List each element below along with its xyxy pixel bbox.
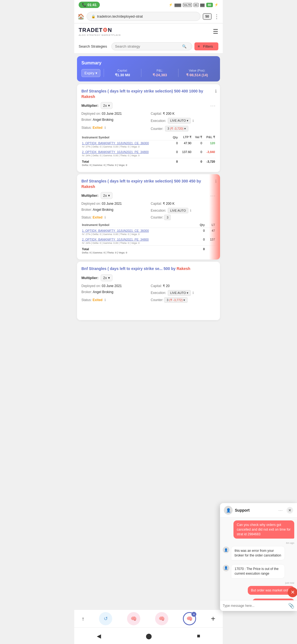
counter-3: Counter: 3 (₹ -3,772) ▾ [151,298,216,302]
status-info-icon-1[interactable]: ℹ [105,126,106,130]
search-input-wrap[interactable]: 🔍 [111,42,192,50]
browser-menu-icon[interactable]: ⋮ [214,13,219,20]
summary-title: Summary [81,61,216,66]
multiplier-select-3[interactable]: 2x ▾ [101,274,112,281]
multiplier-label-3: Multiplier: [81,276,98,280]
instruments-table-1: Instrument Symbol Qty LTP ₹ Val ₹ P&L ₹ … [81,134,216,168]
status-2: Status: Exited ℹ [81,215,146,219]
deployed-on-1: Deployed on: 03 June 2021 [81,112,146,116]
stat-value-label: Value (Pos): [181,69,213,72]
hamburger-icon[interactable]: ☰ [213,28,218,35]
execution-3: Execution: LIVE AUTO ▾ ℹ [151,290,216,296]
total-row-2: Total Delta: 0 | Gamma: 0 | Theta: 0 | V… [81,246,216,255]
url-bar[interactable]: 🔒 tradetron.tech/deployed-strat [87,12,200,21]
info-icon-2[interactable]: ℹ [215,179,217,184]
counter-2: Counter: 3 [151,215,216,219]
summary-card: Summary Expiry ▾ Capital: ₹1.30 Mil P&L:… [77,56,220,81]
instrument-link[interactable]: 2. OPTIDX_BANKNIFTY_10JUN2021_PE_34800 [82,238,149,241]
status-info-icon-2[interactable]: ℹ [105,215,106,219]
strategy-link-3[interactable]: Bnf Strangles ( days left to expiry stri… [81,266,170,271]
signal-icon: ▓▓▓ [174,3,181,7]
table-row: 2. OPTIDX_BANKNIFTY_10JUN2021_PE_34800 I… [81,237,216,246]
stat-capital-value: ₹1.30 Mil [107,73,138,77]
strategy-link-1[interactable]: Bnf Strangles ( days left to expiry stri… [81,89,198,93]
lock-icon: 🔒 [91,15,95,18]
search-bar: Search Strategies 🔍 ≡ Filters [74,40,223,53]
stat-pnl-label: P&L: [144,69,176,72]
chevron-down-icon-m1: ▾ [108,103,110,108]
main-content: TRADET⚙N ALGO STRATEGY MARKETPLACE ☰ Sea… [74,23,223,366]
meta-grid-1: Deployed on: 03 June 2021 Capital: ₹ 200… [81,112,216,132]
tt-logo-sub: ALGO STRATEGY MARKETPLACE [79,34,121,36]
strategy-card-3: Bnf Strangles ( days left to expiry stri… [77,262,220,320]
more-menu-2[interactable]: ⋯ [210,192,216,199]
exec-info-icon-2[interactable]: ℹ [190,209,191,212]
multiplier-select-1[interactable]: 2x ▾ [101,102,112,109]
instrument-sub: IV: 27% | Delta: 0 | Gamma: 0.00 | Theta… [82,145,170,148]
summary-row: Expiry ▾ Capital: ₹1.30 Mil P&L: ₹-24,38… [81,69,216,77]
author-1[interactable]: Rakesh [81,94,95,99]
meta-grid-3: Deployed on: 03 June 2021 Capital: ₹ 20 … [81,284,216,302]
summary-stats: Capital: ₹1.30 Mil P&L: ₹-24,383 Value (… [104,69,216,77]
by-label-3: by [171,266,177,271]
strategy-title-2: Bnf Strangles ( days left to expiry stri… [81,179,216,189]
chevron-down-icon-m3: ▾ [108,276,110,280]
broker-1: Broker: Angel Broking [81,118,146,124]
by-label-1: by [199,89,203,93]
exec-info-icon-1[interactable]: ℹ [193,119,194,123]
author-3[interactable]: Rakesh [177,266,190,271]
stat-pnl: P&L: ₹-24,383 [141,69,178,77]
instrument-sub: IV: 24% | Delta: 0 | Gamma: 0.00 | Theta… [82,154,170,157]
multiplier-select-2[interactable]: 2x ▾ [101,192,112,199]
total-row-1: Total Delta: 0 | Gamma: 0 | Theta: 0 | V… [81,158,216,168]
stat-capital: Capital: ₹1.30 Mil [104,69,141,77]
strategy-title-3: Bnf Strangles ( days left to expiry stri… [81,266,216,272]
status-3: Status: Exited ℹ [81,298,146,302]
charge-icon: ⚡ [215,3,218,7]
status-info-icon-3[interactable]: ℹ [105,298,106,302]
logo-cog: ⚙ [103,27,108,33]
search-icon[interactable]: 🔍 [182,44,186,48]
filters-button[interactable]: ≡ Filters [194,42,218,50]
broker-3: Broker: Angel Broking [81,290,146,296]
4g-icon: 4G [194,3,199,7]
meta-grid-2: Deployed on: 03 June 2021 Capital: ₹ 200… [81,202,216,219]
instrument-link[interactable]: 1. OPTIDX_BANKNIFTY_10JUN2021_CE_36000 [82,229,149,232]
chevron-down-icon: ▾ [95,71,97,75]
more-menu-1[interactable]: ⋯ [210,102,216,109]
strategy-title-1: Bnf Strangles ( days left to expiry stri… [81,89,216,99]
execution-2: Execution: LIVE AUTO ℹ [151,208,216,213]
strategy-card-2: Bnf Strangles ( days left to expiry stri… [77,174,220,260]
summary-dropdown[interactable]: Expiry ▾ [81,69,100,77]
author-2[interactable]: Rakesh [81,184,95,189]
status-time: 📞 01:41 [79,2,100,8]
total-sub-2: Delta: 0 | Gamma: 0 | Theta: 0 | Vega: 0 [82,251,194,254]
bluetooth-icon: ⚡ [169,3,173,7]
capital-2: Capital: ₹ 200 K [151,202,216,206]
instrument-sub: IV: 27% | Delta: 0 | Gamma: 0.00 | Theta… [82,233,194,236]
strategy-card-1: Bnf Strangles ( days left to expiry stri… [77,84,220,172]
total-sub-1: Delta: 0 | Gamma: 0 | Theta: 0 | Vega: 0 [82,164,170,167]
exec-info-icon-3[interactable]: ℹ [193,291,194,295]
home-icon[interactable]: 🏠 [78,13,84,20]
capital-3: Capital: ₹ 20 [151,284,216,288]
instrument-link[interactable]: 2. OPTIDX_BANKNIFTY_10JUN2021_PE_34800 [82,150,149,154]
multiplier-row-2: Multiplier: 2x ▾ ⋯ [81,192,216,199]
tt-logo-text: TRADET⚙N [79,27,121,33]
stat-capital-label: Capital: [107,69,138,72]
volte-icon: VoLTE [183,3,192,7]
phone-icon: 📞 [82,3,86,7]
stat-pnl-value: ₹-24,383 [144,73,176,77]
tabs-button[interactable]: 50 [203,13,212,20]
stat-value-pos: Value (Pos): ₹-98,514 (14) [178,69,216,77]
status-bar: 📞 01:41 ⚡ ▓▓▓ VoLTE 4G ▓▓ 80 ⚡ [74,0,223,10]
strategy-link-2[interactable]: Bnf Strangles ( days left to expiry stri… [81,179,196,183]
search-input[interactable] [115,44,182,48]
table-row: 2. OPTIDX_BANKNIFTY_10JUN2021_PE_34800 I… [81,149,216,158]
info-icon-1[interactable]: ℹ [215,89,217,94]
deployed-on-2: Deployed on: 03 June 2021 [81,202,146,206]
instrument-link[interactable]: 1. OPTIDX_BANKNIFTY_10JUN2021_CE_36000 [82,141,149,145]
multiplier-label-2: Multiplier: [81,193,98,198]
status-1: Status: Exited ℹ [81,126,146,132]
tt-header: TRADET⚙N ALGO STRATEGY MARKETPLACE ☰ [74,23,223,40]
